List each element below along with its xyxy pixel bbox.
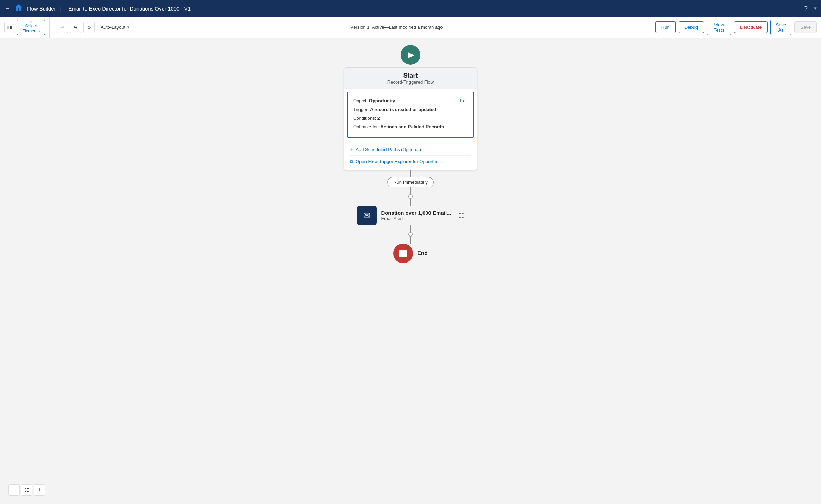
zoom-fit-button[interactable] (21, 484, 32, 496)
object-value: Opportunity (369, 98, 395, 103)
zoom-out-button[interactable]: − (8, 484, 20, 496)
view-tests-line1: View (714, 22, 724, 27)
toolbar: Select Elements ↩ ↪ ⚙ Auto-Layout ▾ Vers… (0, 17, 821, 38)
save-as-line2: As (778, 27, 784, 33)
conditions-label: Conditions: (353, 116, 376, 121)
start-header: Start Record-Triggered Flow (344, 68, 477, 89)
save-as-button[interactable]: Save As (770, 20, 791, 35)
run-immediately-badge: Run Immediately (387, 177, 434, 187)
undo-button[interactable]: ↩ (57, 22, 68, 33)
vline-4 (410, 225, 411, 232)
action-text: Donation over 1,000 Email... Email Alert (381, 210, 451, 221)
select-elements-button[interactable]: Select Elements (17, 20, 45, 35)
conditions-row: Conditions: 2 (353, 115, 468, 122)
top-nav: ← Flow Builder | Email to Exec Director … (0, 0, 821, 17)
redo-button[interactable]: ↪ (70, 22, 81, 33)
flow-container: ▶ Start Record-Triggered Flow Object: Op… (344, 45, 477, 504)
optimize-value: Actions and Related Records (380, 124, 444, 129)
open-flow-trigger-link[interactable]: ⧉ Open Flow Trigger Explorer for Opportu… (350, 156, 471, 167)
trigger-row: Trigger: A record is created or updated (353, 106, 468, 114)
run-button[interactable]: Run (655, 21, 676, 33)
end-circle (393, 244, 413, 263)
flow-title: Email to Exec Director for Donations Ove… (68, 6, 191, 12)
toolbar-controls: ↩ ↪ ⚙ Auto-Layout ▾ (52, 17, 138, 38)
open-flow-trigger-label: Open Flow Trigger Explorer for Opportuni… (356, 159, 443, 164)
play-icon: ▶ (408, 50, 414, 59)
vline-1 (410, 170, 411, 177)
start-title: Start (350, 72, 471, 79)
trigger-label: Trigger: (353, 107, 369, 112)
action-icon-box: ✉ (357, 206, 377, 225)
vline-3 (410, 199, 411, 206)
svg-rect-1 (10, 26, 12, 29)
canvas-inner: ▶ Start Record-Triggered Flow Object: Op… (0, 38, 821, 504)
debug-button[interactable]: Debug (679, 21, 704, 33)
settings-button[interactable]: ⚙ (83, 22, 95, 33)
chevron-down-icon: ▾ (127, 25, 129, 30)
start-actions: + Add Scheduled Paths (Optional) ⧉ Open … (344, 141, 477, 170)
object-row: Object: Opportunity Edit (353, 97, 468, 105)
action-title: Donation over 1,000 Email... (381, 210, 451, 216)
connector-2 (408, 187, 413, 206)
zoom-controls: − + (8, 484, 45, 496)
end-node: End (393, 244, 428, 263)
svg-rect-5 (31, 22, 31, 22)
select-elements-line2: Elements (22, 28, 40, 33)
plus-icon: + (350, 146, 353, 153)
zoom-in-button[interactable]: + (34, 484, 45, 496)
add-scheduled-paths-label: Add Scheduled Paths (Optional) (356, 147, 421, 152)
svg-rect-0 (7, 26, 9, 29)
email-icon: ✉ (363, 211, 370, 220)
action-card[interactable]: ✉ Donation over 1,000 Email... Email Ale… (357, 206, 451, 225)
back-icon[interactable]: ← (4, 5, 11, 12)
end-label: End (417, 250, 428, 257)
brand-icon (15, 4, 23, 13)
app-name: Flow Builder (27, 6, 56, 12)
external-link-icon: ⧉ (350, 159, 353, 164)
end-square-icon (399, 250, 407, 257)
start-details: Object: Opportunity Edit Trigger: A reco… (347, 92, 474, 138)
vline-2 (410, 187, 411, 194)
save-as-line1: Save (776, 22, 787, 27)
sidebar-toggle[interactable] (4, 22, 15, 33)
vline-5 (410, 237, 411, 244)
canvas: ▶ Start Record-Triggered Flow Object: Op… (0, 38, 821, 504)
start-card: Start Record-Triggered Flow Object: Oppo… (344, 67, 477, 170)
conditions-value: 2 (377, 116, 380, 121)
start-node: ▶ Start Record-Triggered Flow Object: Op… (344, 45, 477, 170)
svg-rect-3 (31, 21, 31, 22)
optimize-row: Optimize for: Actions and Related Record… (353, 123, 468, 131)
connector-circle-2 (408, 232, 413, 237)
action-row: ✉ Donation over 1,000 Email... Email Ale… (357, 206, 464, 225)
select-elements-line1: Select (25, 24, 37, 28)
add-scheduled-paths-link[interactable]: + Add Scheduled Paths (Optional) (350, 143, 471, 156)
version-info: Version 1: Active—Last modified a month … (141, 25, 653, 30)
auto-layout-label: Auto-Layout (101, 25, 125, 30)
toolbar-actions: Run Debug View Tests Deactivate Save As … (655, 20, 817, 35)
deactivate-button[interactable]: Deactivate (734, 21, 768, 33)
svg-rect-4 (30, 22, 31, 22)
toolbar-left: Select Elements (4, 17, 50, 38)
view-tests-line2: Tests (714, 27, 724, 33)
connector-3 (408, 225, 413, 244)
view-tests-button[interactable]: View Tests (707, 20, 731, 35)
help-icon[interactable]: ? (804, 5, 808, 12)
optimize-label: Optimize for: (353, 124, 379, 129)
trigger-value: A record is created or updated (370, 107, 436, 112)
save-button[interactable]: Save (794, 21, 817, 33)
action-subtitle: Email Alert (381, 216, 451, 221)
separator: | (60, 6, 62, 12)
nav-arrow[interactable]: ▾ (814, 5, 817, 12)
edit-link[interactable]: Edit (460, 97, 468, 105)
play-circle[interactable]: ▶ (401, 45, 420, 65)
object-label: Object: (353, 98, 368, 103)
svg-rect-2 (30, 21, 31, 22)
auto-layout-dropdown[interactable]: Auto-Layout ▾ (97, 22, 133, 32)
connector-1 (410, 170, 411, 177)
action-menu-icon[interactable]: ☷ (458, 212, 464, 219)
start-subtitle: Record-Triggered Flow (350, 79, 471, 85)
connector-circle-1 (408, 194, 413, 199)
